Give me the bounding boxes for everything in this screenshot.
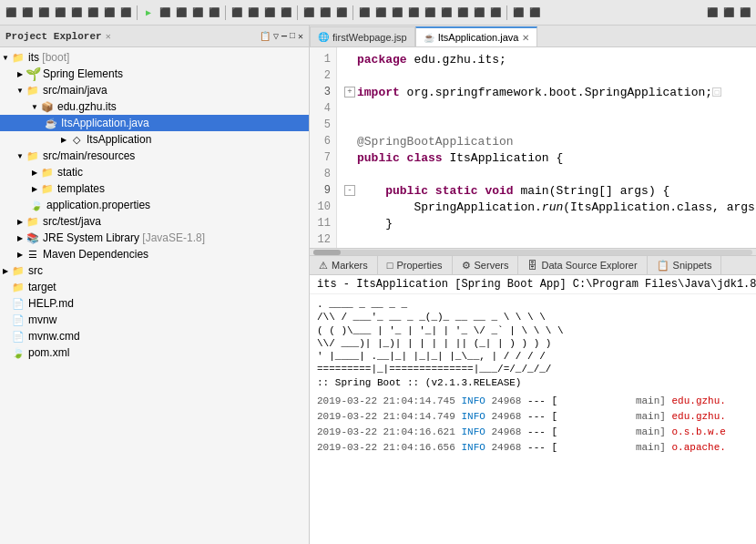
panel-maximize-icon[interactable]: □ — [290, 31, 295, 42]
toolbar-icon-16[interactable]: ⬛ — [279, 5, 293, 20]
tree-item-its[interactable]: ▼ 📁 its [boot] — [0, 49, 309, 66]
tree-item-mvnw[interactable]: 📄 mvnw — [0, 312, 309, 328]
markers-icon: ⚠ — [319, 260, 328, 272]
tree-item-its-application[interactable]: ☕ ItsApplication.java — [0, 115, 309, 131]
tree-item-src[interactable]: ▶ 📁 src — [0, 262, 309, 279]
toolbar-right-icon-3[interactable]: ⬛ — [738, 5, 752, 20]
spring-icon: 🌱 — [26, 67, 40, 81]
scroll-thumb[interactable] — [313, 250, 341, 255]
toolbar-icon-3[interactable]: ⬛ — [36, 5, 51, 20]
toolbar-icon-28[interactable]: ⬛ — [488, 5, 503, 20]
toolbar-icon-19[interactable]: ⬛ — [334, 5, 349, 20]
tab-properties[interactable]: □ Properties — [378, 255, 453, 275]
ascii-line-2: /\\ / ___'_ __ _ _(_)_ __ __ _ \ \ \ \ — [317, 311, 749, 323]
toolbar-icon-12[interactable]: ⬛ — [207, 5, 221, 20]
tree-label-mvnw: mvnw — [28, 313, 56, 326]
datasource-icon: 🗄 — [527, 260, 537, 271]
toolbar-right-icon-1[interactable]: ⬛ — [705, 5, 720, 20]
toolbar-icon-18[interactable]: ⬛ — [318, 5, 332, 20]
fold-indicator-9[interactable]: - — [344, 185, 355, 196]
horizontal-scrollbar[interactable] — [310, 248, 756, 255]
tab-firstwebpage[interactable]: 🌐 firstWebpage.jsp — [310, 26, 415, 46]
tab-servers[interactable]: ⚙ Servers — [453, 255, 519, 275]
tree-item-templates[interactable]: ▶ 📁 templates — [0, 180, 309, 197]
code-editor[interactable]: 1 2 3 4 5 6 7 8 9 10 11 12 13 14 package… — [310, 47, 756, 248]
tree-item-maven[interactable]: ▶ ☰ Maven Dependencies — [0, 246, 309, 262]
main-area: Project Explorer ✕ 📋 ▽ — □ ✕ ▼ 📁 its [bo… — [0, 26, 756, 544]
toolbar-icon-23[interactable]: ⬛ — [406, 5, 421, 20]
tree-item-mvnw-cmd[interactable]: 📄 mvnw.cmd — [0, 328, 309, 344]
mvnw-cmd-icon: 📄 — [11, 329, 26, 344]
servers-icon: ⚙ — [462, 260, 471, 272]
bottom-tab-bar: ⚠ Markers □ Properties ⚙ Servers 🗄 Data … — [310, 255, 756, 275]
folder-icon-src: 📁 — [11, 263, 26, 278]
scroll-track — [313, 250, 752, 255]
package-icon: 📦 — [40, 99, 55, 114]
tree-item-jre[interactable]: ▶ 📚 JRE System Library [JavaSE-1.8] — [0, 230, 309, 246]
tab-snippets[interactable]: 📋 Snippets — [648, 255, 722, 275]
toolbar-icon-2[interactable]: ⬛ — [20, 5, 35, 20]
tree-item-spring[interactable]: ▶ 🌱 Spring Elements — [0, 66, 309, 82]
jre-icon: 📚 — [26, 231, 40, 245]
tree-item-help[interactable]: 📄 HELP.md — [0, 295, 309, 312]
tree-item-static[interactable]: ▶ 📁 static — [0, 164, 309, 180]
toolbar-icon-15[interactable]: ⬛ — [262, 5, 277, 20]
snippets-icon: 📋 — [657, 260, 669, 272]
toolbar-icon-24[interactable]: ⬛ — [423, 5, 437, 20]
panel-header-icons: 📋 ▽ — □ ✕ — [260, 31, 303, 42]
toolbar-icon-5[interactable]: ⬛ — [69, 5, 84, 20]
toolbar-icon-26[interactable]: ⬛ — [455, 5, 470, 20]
tree-label-edu-gzhu: edu.gzhu.its — [57, 100, 117, 113]
toolbar-icon-17[interactable]: ⬛ — [301, 5, 316, 20]
tab-close-icon[interactable]: ✕ — [522, 33, 529, 43]
toolbar-icon-1[interactable]: ⬛ — [4, 5, 18, 20]
panel-close-icon[interactable]: ✕ — [298, 31, 303, 42]
toolbar-icon-9[interactable]: ⬛ — [158, 5, 172, 20]
toolbar-icon-20[interactable]: ⬛ — [357, 5, 372, 20]
tree-label-src-main-java: src/main/java — [43, 84, 107, 97]
log-thread-4: main] — [636, 442, 666, 453]
toolbar-icon-30[interactable]: ⬛ — [527, 5, 542, 20]
tree-item-its-application-class[interactable]: ▶ ◇ ItsApplication — [0, 131, 309, 148]
tab-itsapplication[interactable]: ☕ ItsApplication.java ✕ — [415, 26, 538, 46]
toolbar-icon-14[interactable]: ⬛ — [246, 5, 261, 20]
tree-item-pom[interactable]: 🍃 pom.xml — [0, 344, 309, 361]
tree-item-target[interactable]: 📁 target — [0, 279, 309, 295]
toolbar-icon-8[interactable]: ⬛ — [118, 5, 133, 20]
toolbar-icon-22[interactable]: ⬛ — [390, 5, 404, 20]
toolbar-icon-25[interactable]: ⬛ — [439, 5, 454, 20]
code-line-2 — [344, 67, 756, 84]
panel-sync-icon[interactable]: 📋 — [260, 31, 271, 42]
toolbar-icon-21[interactable]: ⬛ — [373, 5, 388, 20]
code-line-11: } — [344, 215, 756, 231]
log-thread-2: main] — [636, 411, 666, 422]
tree-item-src-test[interactable]: ▶ 📁 src/test/java — [0, 213, 309, 230]
toolbar-icon-11[interactable]: ⬛ — [190, 5, 205, 20]
tree-item-src-main-java[interactable]: ▼ 📁 src/main/java — [0, 82, 309, 98]
code-text-area[interactable]: package edu.gzhu.its; + import org.sprin… — [337, 47, 756, 248]
ascii-line-3: ( ( )\___ | '_ | '_| | '_ \/ _` | \ \ \ … — [317, 324, 749, 337]
folder-icon-resources: 📁 — [26, 149, 40, 163]
toolbar-icon-6[interactable]: ⬛ — [86, 5, 100, 20]
toolbar-icon-29[interactable]: ⬛ — [511, 5, 526, 20]
toolbar-right-icon-2[interactable]: ⬛ — [721, 5, 736, 20]
tree-label-mvnw-cmd: mvnw.cmd — [28, 330, 80, 343]
toolbar-icon-7[interactable]: ⬛ — [102, 5, 117, 20]
toolbar-icon-10[interactable]: ⬛ — [174, 5, 189, 20]
fold-indicator-3[interactable]: + — [344, 87, 355, 98]
toolbar-icon-27[interactable]: ⬛ — [472, 5, 486, 20]
tab-data-source[interactable]: 🗄 Data Source Explorer — [518, 255, 647, 275]
tree-item-edu-gzhu[interactable]: ▼ 📦 edu.gzhu.its — [0, 98, 309, 115]
md-file-icon: 📄 — [11, 296, 26, 311]
code-line-1: package edu.gzhu.its; — [344, 51, 756, 67]
toolbar-icon-4[interactable]: ⬛ — [53, 5, 67, 20]
tree-item-src-main-resources[interactable]: ▼ 📁 src/main/resources — [0, 148, 309, 164]
panel-minimize-icon[interactable]: — — [281, 31, 287, 42]
panel-dropdown-icon[interactable]: ▽ — [273, 31, 279, 42]
tree-item-app-properties[interactable]: 🍃 application.properties — [0, 197, 309, 213]
toolbar-icon-13[interactable]: ⬛ — [230, 5, 244, 20]
toolbar-run-icon[interactable]: ▶ — [141, 5, 156, 20]
tree-arrow-test: ▶ — [15, 216, 26, 227]
ascii-line-5: ' |____| .__|_| |_|_| |_\__, | / / / / — [317, 350, 749, 363]
tab-markers[interactable]: ⚠ Markers — [310, 255, 378, 275]
